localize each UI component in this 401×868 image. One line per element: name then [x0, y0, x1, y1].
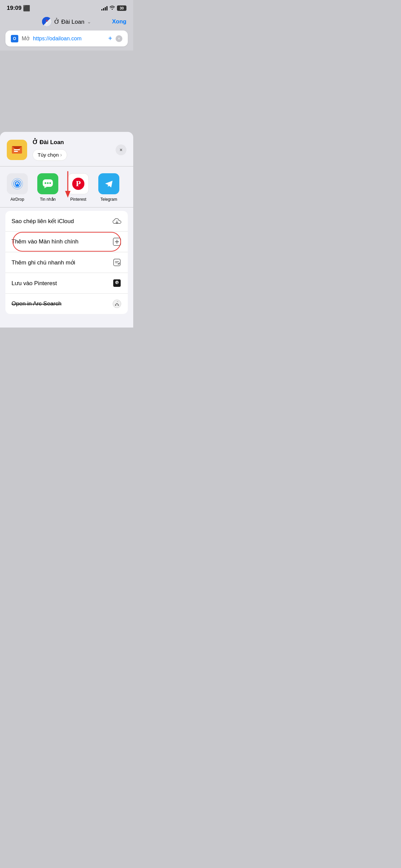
status-bar: 19:09 ⬛ 30: [0, 0, 133, 14]
bottom-spacer: [0, 317, 133, 328]
svg-point-1: [42, 17, 52, 26]
action-add-home[interactable]: Thêm vào Màn hình chính: [5, 232, 128, 252]
svg-point-18: [49, 182, 51, 184]
svg-text:P: P: [116, 280, 118, 285]
time-display: 19:09: [7, 5, 21, 12]
action-list: Sao chép liên kết iCloud Thêm vào Màn hì…: [5, 211, 128, 314]
apps-section: AirDrop Tin nhắn: [0, 166, 133, 208]
airdrop-icon: [11, 177, 24, 190]
pinterest-share-icon: P: [72, 177, 85, 190]
cloud-icon: [112, 216, 122, 226]
add-square-icon: [112, 237, 122, 246]
url-bar-container: O Mở https://odailoan.com + ×: [0, 31, 133, 51]
action-add-note[interactable]: Thêm ghi chú nhanh mới: [5, 252, 128, 273]
svg-text:P: P: [76, 179, 81, 188]
share-apps-row: AirDrop Tin nhắn: [0, 166, 133, 208]
share-sheet-title: Ở Đài Loan: [33, 139, 110, 146]
copy-icloud-label: Sao chép liên kết iCloud: [12, 218, 74, 225]
pinterest-logo-icon: P: [112, 278, 122, 288]
chevron-down-icon: ⌄: [87, 19, 91, 24]
share-info: Ở Đài Loan Tùy chọn ›: [33, 139, 110, 161]
action-open-arc[interactable]: Open in Arc Search: [5, 294, 128, 314]
messages-label: Tin nhắn: [40, 197, 56, 202]
svg-rect-7: [14, 149, 20, 150]
url-input[interactable]: https://odailoan.com: [33, 36, 105, 42]
battery-icon: 30: [117, 5, 126, 11]
pinterest-app-icon: P: [68, 173, 89, 194]
action-save-pinterest[interactable]: Lưu vào Pinterest P: [5, 273, 128, 294]
share-app-telegram[interactable]: Telegram: [97, 173, 121, 202]
url-open-label: Mở: [22, 35, 29, 42]
svg-point-38: [115, 304, 116, 306]
url-bar[interactable]: O Mở https://odailoan.com + ×: [5, 31, 128, 46]
status-time: 19:09 ⬛: [7, 5, 29, 12]
add-tab-button[interactable]: +: [108, 35, 112, 42]
svg-rect-33: [114, 259, 120, 266]
safari-header: Ở Đài Loan ⌄ Xong: [0, 14, 133, 31]
airdrop-app-icon: [7, 173, 28, 194]
svg-point-17: [47, 182, 49, 184]
share-app-icon: [7, 140, 27, 160]
done-button[interactable]: Xong: [112, 18, 127, 25]
share-app-messages[interactable]: Tin nhắn: [36, 173, 60, 202]
telegram-app-icon: [98, 173, 119, 194]
svg-point-37: [113, 300, 121, 308]
messages-icon: [41, 177, 54, 190]
note-icon: [112, 258, 122, 267]
share-app-airdrop[interactable]: AirDrop: [5, 173, 29, 202]
browser-content: [0, 51, 133, 132]
share-header: Ở Đài Loan Tùy chọn › ×: [0, 132, 133, 166]
svg-rect-8: [14, 151, 18, 152]
open-arc-label: Open in Arc Search: [12, 300, 61, 307]
add-note-label: Thêm ghi chú nhanh mới: [12, 259, 75, 266]
safari-page-title: Ở Đài Loan: [54, 18, 84, 25]
messages-app-icon: [37, 173, 58, 194]
share-sheet: Ở Đài Loan Tùy chọn › ×: [0, 132, 133, 328]
share-options-button[interactable]: Tùy chọn ›: [33, 149, 67, 161]
svg-point-16: [45, 182, 46, 184]
record-icon: ⬛: [23, 5, 29, 11]
pinterest-label: Pinterest: [70, 197, 86, 202]
airdrop-label: AirDrop: [11, 197, 24, 202]
app-logo-icon: [11, 143, 23, 156]
clear-url-button[interactable]: ×: [116, 35, 122, 42]
safari-title[interactable]: Ở Đài Loan ⌄: [42, 17, 91, 26]
arc-icon: [112, 299, 122, 309]
share-close-button[interactable]: ×: [116, 144, 126, 155]
share-app-more[interactable]: Th...: [127, 173, 133, 202]
save-pinterest-label: Lưu vào Pinterest: [12, 280, 57, 287]
telegram-label: Telegram: [100, 197, 117, 202]
action-copy-icloud[interactable]: Sao chép liên kết iCloud: [5, 211, 128, 232]
telegram-icon: [102, 177, 115, 190]
status-indicators: 30: [101, 5, 126, 11]
wifi-icon: [109, 5, 115, 11]
site-favicon: O: [11, 35, 18, 42]
compass-icon: [42, 17, 52, 26]
svg-point-39: [118, 304, 119, 306]
signal-icon: [101, 6, 107, 11]
add-home-label: Thêm vào Màn hình chính: [12, 238, 79, 245]
share-app-pinterest[interactable]: P Pinterest: [66, 173, 90, 202]
svg-marker-19: [44, 187, 47, 188]
